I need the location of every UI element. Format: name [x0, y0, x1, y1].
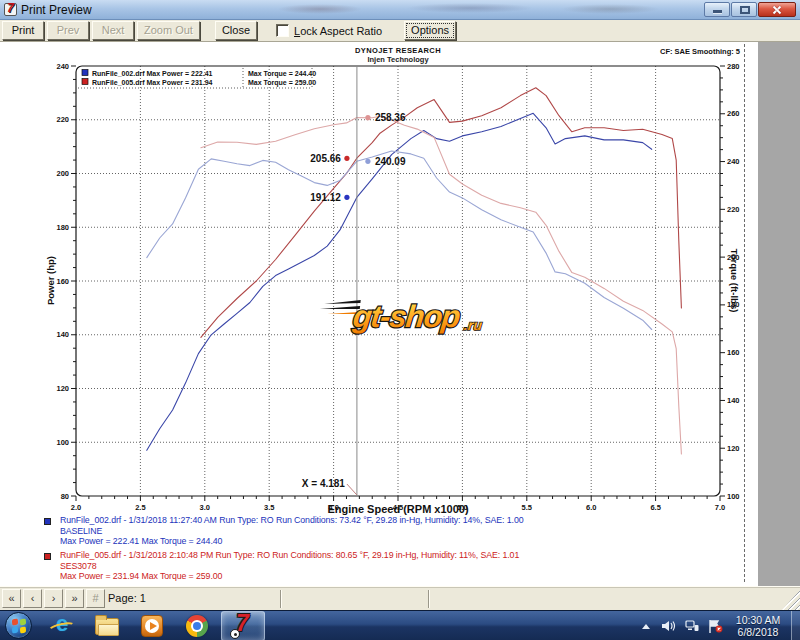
svg-text:X = 4.181: X = 4.181 [302, 478, 346, 489]
svg-text:80: 80 [61, 492, 69, 501]
watermark-group: gt-shop .ru [317, 299, 485, 334]
run2-conditions: RunFile_005.drf - 1/31/2018 2:10:48 PM R… [60, 550, 519, 560]
svg-text:240: 240 [727, 157, 740, 166]
flag-icon [708, 620, 723, 633]
watermark-suffix: .ru [463, 317, 483, 333]
svg-text:2.5: 2.5 [135, 503, 145, 512]
svg-text:100: 100 [727, 492, 740, 501]
svg-text:3.0: 3.0 [200, 503, 210, 512]
chrome-icon [186, 615, 208, 637]
taskbar-item-internet-explorer[interactable]: e [40, 611, 84, 640]
svg-text:220: 220 [727, 205, 740, 214]
watermark-logo: gt-shop .ru [316, 288, 506, 338]
svg-text:120: 120 [727, 444, 740, 453]
window-controls [704, 2, 796, 17]
svg-text:260: 260 [727, 109, 740, 118]
hidden-icons-button[interactable] [638, 617, 654, 635]
taskbar-item-media-player[interactable] [130, 611, 174, 640]
preview-area: DYNOJET RESEARCH Injen Technology CF: SA… [0, 42, 800, 586]
soccer-ball-icon [230, 629, 240, 639]
close-icon [771, 4, 783, 16]
resize-grip[interactable] [782, 590, 800, 610]
clock-time: 10:30 AM [730, 614, 786, 626]
lock-aspect-ratio-label[interactable]: Lock Aspect Ratio [294, 25, 382, 37]
print-margin-guide [744, 44, 745, 582]
svg-text:120: 120 [56, 384, 69, 393]
window-title: Print Preview [21, 0, 92, 20]
lock-aspect-ratio-checkbox[interactable] [276, 24, 289, 37]
close-button[interactable] [758, 2, 796, 17]
action-center-button[interactable] [707, 617, 723, 635]
dyno-app-icon [231, 614, 255, 638]
prev-button[interactable]: Prev [47, 21, 89, 40]
next-button[interactable]: Next [92, 21, 134, 40]
first-page-button[interactable]: « [2, 589, 21, 608]
windows-flag-icon [12, 619, 26, 633]
svg-text:205.66: 205.66 [310, 153, 341, 164]
svg-text:258.36: 258.36 [375, 112, 406, 123]
left-axis-title: Power (hp) [45, 221, 56, 341]
svg-text:140: 140 [727, 396, 740, 405]
statusbar: « ‹ › » # Page: 1 [0, 586, 800, 610]
run2-label: SES3078 [60, 561, 96, 571]
maximize-icon [740, 6, 750, 14]
statusbar-divider [428, 590, 430, 608]
svg-text:140: 140 [56, 330, 69, 339]
svg-text:6.0: 6.0 [586, 503, 596, 512]
page-setup-button[interactable]: # [86, 589, 105, 608]
svg-text:191.12: 191.12 [310, 192, 341, 203]
next-page-button[interactable]: › [44, 589, 63, 608]
speaker-icon [662, 620, 676, 632]
svg-text:5.5: 5.5 [522, 503, 532, 512]
zoom-out-button[interactable]: Zoom Out [137, 21, 200, 40]
toolbar: Print Prev Next Zoom Out Close Lock Aspe… [0, 20, 800, 42]
taskbar-item-chrome[interactable] [175, 611, 219, 640]
svg-text:Max Torque = 259.00: Max Torque = 259.00 [248, 79, 316, 87]
svg-text:RunFile_002.drf Max Power = 22: RunFile_002.drf Max Power = 222.41 [92, 70, 213, 77]
print-button[interactable]: Print [2, 21, 44, 40]
clock-date: 6/8/2018 [730, 626, 786, 638]
options-button[interactable]: Options [404, 21, 456, 40]
chart-legend-box: RunFile_002.drf Max Power = 222.41Max To… [78, 68, 316, 88]
chart-cursor: 258.36205.66240.09191.12X = 4.181 [302, 66, 406, 496]
volume-button[interactable] [661, 617, 677, 635]
svg-text:RunFile_005.drf Max Power = 23: RunFile_005.drf Max Power = 231.94 [92, 79, 213, 86]
taskbar: e [0, 610, 800, 640]
svg-text:6.5: 6.5 [650, 503, 660, 512]
lock-aspect-ratio-control: Lock Aspect Ratio [276, 24, 382, 37]
folder-icon [95, 618, 119, 635]
titlebar: Print Preview [0, 0, 800, 20]
last-page-button[interactable]: » [65, 589, 84, 608]
svg-text:7.0: 7.0 [715, 503, 725, 512]
prev-page-button[interactable]: ‹ [23, 589, 42, 608]
svg-text:280: 280 [727, 62, 740, 71]
x-axis-title: Engine Speed (RPM x1000) [327, 503, 468, 515]
run1-conditions: RunFile_002.drf - 1/31/2018 11:27:40 AM … [60, 515, 523, 525]
svg-text:160: 160 [727, 348, 740, 357]
media-player-icon [141, 615, 163, 637]
chevron-up-icon [642, 624, 650, 629]
network-button[interactable] [684, 617, 700, 635]
minimize-button[interactable] [704, 2, 730, 17]
taskbar-item-file-explorer[interactable] [85, 611, 129, 640]
close-preview-button[interactable]: Close [215, 21, 257, 40]
network-icon [685, 620, 699, 632]
right-axis-title: Torque (ft-lbs) [729, 221, 740, 341]
taskbar-clock[interactable]: 10:30 AM 6/8/2018 [730, 614, 786, 638]
screen: Print Preview Print Prev Next Zoom Out C… [0, 0, 800, 640]
app-icon [4, 3, 17, 16]
page-indicator: Page: 1 [108, 592, 146, 604]
svg-text:240: 240 [56, 62, 69, 71]
svg-text:240.09: 240.09 [375, 156, 406, 167]
svg-text:100: 100 [56, 438, 69, 447]
show-desktop-button[interactable] [791, 611, 800, 640]
watermark-svg: gt-shop .ru [316, 288, 506, 338]
taskbar-item-dyno-app-active[interactable] [221, 611, 265, 640]
run2-max-values: Max Power = 231.94 Max Torque = 259.00 [60, 571, 222, 581]
print-page: DYNOJET RESEARCH Injen Technology CF: SA… [0, 42, 758, 586]
maximize-button[interactable] [731, 2, 757, 17]
system-tray: 10:30 AM 6/8/2018 [638, 611, 786, 640]
start-button[interactable] [5, 612, 32, 639]
svg-text:160: 160 [56, 277, 69, 286]
run1-swatch [44, 518, 51, 525]
